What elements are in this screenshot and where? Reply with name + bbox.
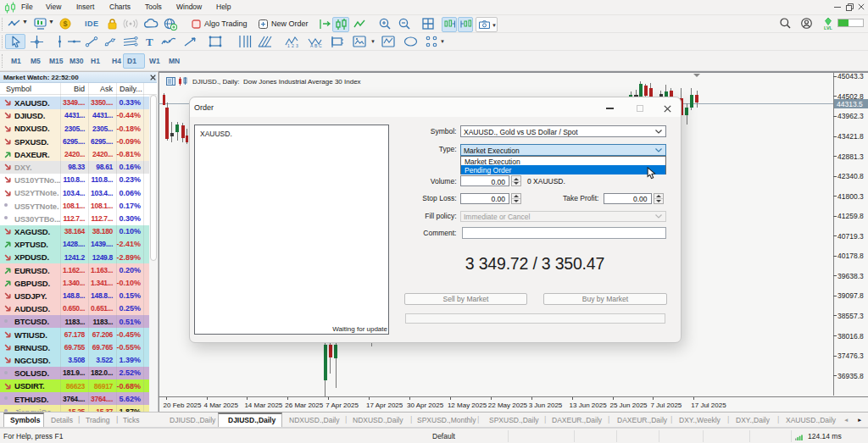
svg-text:$: $ <box>63 19 67 28</box>
svg-text:C: C <box>319 43 322 47</box>
svg-text:2: 2 <box>292 43 294 48</box>
svg-text:3: 3 <box>296 43 298 48</box>
svg-text:LVL: LVL <box>824 25 833 30</box>
svg-text:1: 1 <box>287 43 290 48</box>
svg-text:B: B <box>314 43 318 47</box>
svg-text:A: A <box>310 43 314 47</box>
